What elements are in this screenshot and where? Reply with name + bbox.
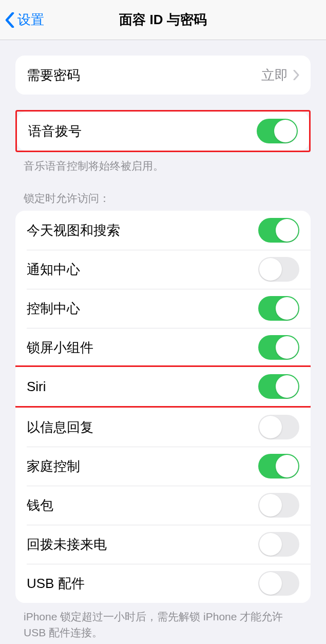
row-value: 立即 <box>261 66 288 84</box>
lock-access-row[interactable]: 今天视图和搜索 <box>15 211 311 250</box>
toggle[interactable] <box>258 218 299 243</box>
toggle[interactable] <box>258 374 299 399</box>
row-label: 锁屏小组件 <box>27 339 93 357</box>
back-label: 设置 <box>17 11 44 29</box>
row-label: Siri <box>27 379 46 395</box>
row-label: 语音拨号 <box>28 122 82 140</box>
row-label: 控制中心 <box>27 300 80 318</box>
lock-section-header: 锁定时允许访问： <box>0 174 326 211</box>
toggle[interactable] <box>258 415 299 439</box>
require-passcode-row[interactable]: 需要密码 立即 <box>15 56 311 95</box>
lock-access-group: 今天视图和搜索通知中心控制中心锁屏小组件Siri以信息回复家庭控制钱包回拨未接来… <box>15 211 311 603</box>
lock-access-row[interactable]: 回拨未接来电 <box>15 525 311 564</box>
lock-access-row[interactable]: 家庭控制 <box>15 447 311 486</box>
navbar: 设置 面容 ID 与密码 <box>0 0 326 40</box>
lock-access-row[interactable]: Siri <box>15 367 311 406</box>
row-label: USB 配件 <box>27 575 85 593</box>
back-button[interactable]: 设置 <box>0 11 44 29</box>
row-value-wrap: 立即 <box>261 66 299 84</box>
row-label: 通知中心 <box>27 261 80 279</box>
row-label: 以信息回复 <box>27 418 93 436</box>
voice-dial-footer: 音乐语音控制将始终被启用。 <box>0 152 326 174</box>
toggle[interactable] <box>258 335 299 360</box>
page-title: 面容 ID 与密码 <box>0 11 326 29</box>
toggle[interactable] <box>258 532 299 557</box>
toggle[interactable] <box>258 296 299 321</box>
lock-access-row[interactable]: 锁屏小组件 <box>15 328 311 367</box>
voice-dial-toggle[interactable] <box>257 119 298 143</box>
lock-access-row[interactable]: 控制中心 <box>15 289 311 328</box>
toggle[interactable] <box>258 454 299 479</box>
row-label: 家庭控制 <box>27 457 80 475</box>
lock-access-row[interactable]: 钱包 <box>15 486 311 525</box>
toggle[interactable] <box>258 571 299 596</box>
lock-section-footer: iPhone 锁定超过一小时后，需先解锁 iPhone 才能允许 USB 配件连… <box>0 603 326 640</box>
lock-access-row[interactable]: 以信息回复 <box>15 408 311 447</box>
chevron-left-icon <box>5 12 14 28</box>
voice-dial-row[interactable]: 语音拨号 <box>17 112 309 151</box>
lock-access-row[interactable]: 通知中心 <box>15 250 311 289</box>
row-label: 今天视图和搜索 <box>27 222 120 240</box>
passcode-group: 需要密码 立即 <box>15 56 311 95</box>
toggle[interactable] <box>258 493 299 518</box>
row-label: 钱包 <box>27 496 53 514</box>
chevron-right-icon <box>293 70 299 80</box>
row-label: 需要密码 <box>27 66 80 84</box>
toggle[interactable] <box>258 257 299 282</box>
voice-dial-highlight: 语音拨号 <box>15 110 311 152</box>
row-label: 回拨未接来电 <box>27 536 107 554</box>
lock-access-row[interactable]: USB 配件 <box>15 564 311 603</box>
siri-highlight: Siri <box>15 365 311 408</box>
